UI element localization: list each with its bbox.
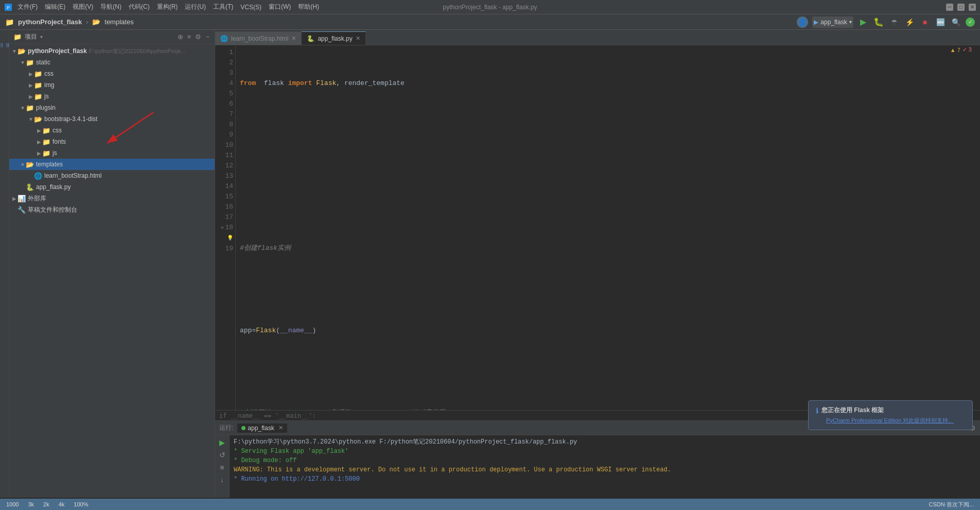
external-expand-arrow[interactable]: ▶	[11, 196, 18, 201]
info-icon: ℹ	[816, 406, 818, 415]
static-expand-arrow[interactable]: ▼	[20, 60, 26, 65]
menu-refactor[interactable]: 重构(R)	[154, 2, 181, 12]
line-3: 3	[219, 68, 233, 78]
run-scroll-icon[interactable]: ↓	[219, 474, 225, 485]
debug-button[interactable]: 🐛	[873, 16, 884, 28]
menu-nav[interactable]: 导航(N)	[97, 2, 125, 12]
bootstrap-folder-icon: 📂	[34, 115, 42, 123]
css-expand-arrow[interactable]: ▶	[28, 71, 34, 77]
tree-item-bfonts[interactable]: ▶ 📁 fonts	[9, 136, 215, 147]
stop-button[interactable]: ■	[919, 16, 931, 28]
menu-view[interactable]: 视图(V)	[69, 2, 96, 12]
root-label: pythonProject_flask	[28, 47, 87, 55]
avatar-icon[interactable]: 👤	[797, 16, 808, 28]
collapse-all-icon[interactable]: ≡	[186, 32, 192, 41]
line-4: 4	[219, 78, 233, 89]
status-item-1[interactable]: 3k	[26, 501, 36, 507]
tree-item-external[interactable]: ▶ 📊 外部库	[9, 193, 215, 204]
menu-file[interactable]: 文件(F)	[14, 2, 41, 12]
run-config-selector[interactable]: ▶ app_flask ▾	[812, 16, 853, 28]
locate-file-icon[interactable]: ⊕	[177, 32, 184, 41]
tab-learn-close[interactable]: ✕	[291, 35, 296, 42]
project-panel-icon[interactable]: 项目	[2, 32, 8, 47]
line-15: 15	[219, 192, 233, 202]
menu-window[interactable]: 窗口(W)	[266, 2, 294, 12]
tree-item-root[interactable]: ▼ 📂 pythonProject_flask F:\python笔记20210…	[9, 45, 215, 57]
menu-vcs[interactable]: VCS(S)	[237, 3, 265, 12]
tab-app-flask[interactable]: 🐍 app_flask.py ✕	[302, 31, 365, 45]
line-2: 2	[219, 58, 233, 68]
line-17: 17	[219, 212, 233, 223]
tree-item-js[interactable]: ▶ 📁 js	[9, 91, 215, 102]
tree-item-learn-html[interactable]: 🌐 learn_bootStrap.html	[9, 170, 215, 181]
bjs-folder-icon: 📁	[42, 149, 50, 157]
js-folder-icon: 📁	[34, 93, 42, 100]
tree-item-static[interactable]: ▼ 📁 static	[9, 57, 215, 68]
run-tab-appflask[interactable]: app_flask ✕	[237, 423, 287, 433]
maximize-button[interactable]: □	[957, 4, 965, 11]
minimize-button[interactable]: ─	[946, 4, 953, 11]
run-rerun-icon[interactable]: ↺	[218, 450, 226, 460]
root-folder-icon: 📂	[18, 47, 26, 55]
line-13: 13	[219, 171, 233, 181]
bjs-expand-arrow[interactable]: ▶	[36, 150, 42, 156]
run-tab-close[interactable]: ✕	[278, 424, 283, 431]
tree-item-bjs[interactable]: ▶ 📁 js	[9, 147, 215, 159]
title-bar: P 文件(F) 编辑(E) 视图(V) 导航(N) 代码(C) 重构(R) 运行…	[0, 0, 980, 14]
tree-item-appflask[interactable]: 🐍 app_flask.py	[9, 181, 215, 193]
translate-icon[interactable]: 🔤	[935, 16, 946, 28]
tab-learn-label: learn_bootStrap.html	[231, 35, 288, 42]
tree-item-bcss[interactable]: ▶ 📁 css	[9, 125, 215, 136]
root-expand-arrow[interactable]: ▼	[11, 48, 18, 54]
menu-bar: 文件(F) 编辑(E) 视图(V) 导航(N) 代码(C) 重构(R) 运行(U…	[14, 2, 322, 12]
warning-badge: ▲ 7	[950, 47, 960, 53]
tree-minimize-icon[interactable]: −	[204, 32, 211, 41]
status-csdn[interactable]: CSDN·首次下阅...	[927, 501, 976, 508]
run-button[interactable]: ▶	[857, 16, 869, 28]
notification-icon[interactable]: ✓	[966, 18, 975, 27]
notif-link[interactable]: PyCharm Professional Edition 对此提供特别支持。	[826, 417, 954, 423]
tab-learn-html[interactable]: 🌐 learn_bootStrap.html ✕	[215, 31, 302, 45]
html-file-icon: 🌐	[34, 172, 42, 180]
tree-item-img[interactable]: ▶ 📁 img	[9, 79, 215, 91]
profile-button[interactable]: ⚡	[904, 16, 915, 28]
tree-item-bootstrap[interactable]: ▼ 📂 bootstrap-3.4.1-dist	[9, 113, 215, 125]
tree-item-css[interactable]: ▶ 📁 css	[9, 68, 215, 79]
tree-item-scratch[interactable]: 🔧 草稿文件和控制台	[9, 204, 215, 215]
menu-help[interactable]: 帮助(H)	[295, 2, 322, 12]
status-item-0[interactable]: 1000	[4, 501, 21, 507]
fold-arrow-18[interactable]: ▶	[221, 223, 224, 233]
img-expand-arrow[interactable]: ▶	[28, 82, 34, 88]
project-dropdown-arrow[interactable]: ▾	[40, 34, 43, 40]
bootstrap-expand-arrow[interactable]: ▼	[28, 116, 34, 122]
code-content[interactable]: from flask import Flask, render_template…	[236, 45, 973, 410]
tree-item-plugsin[interactable]: ▼ 📁 plugsin	[9, 102, 215, 113]
templates-expand-arrow[interactable]: ▼	[20, 162, 26, 167]
menu-tools[interactable]: 工具(T)	[210, 2, 236, 12]
right-toolbar: 👤 ▶ app_flask ▾ ▶ 🐛 ☂ ⚡ ■ 🔤 🔍 ✓	[797, 16, 975, 28]
run-line-3: WARNING: This is a development server. D…	[234, 465, 976, 474]
status-item-2[interactable]: 2k	[41, 501, 51, 507]
editor-gutter-badges: ▲ 7 ✓ 3	[950, 46, 972, 53]
close-button[interactable]: ✕	[969, 4, 976, 11]
plugsin-expand-arrow[interactable]: ▼	[20, 105, 26, 111]
status-item-4[interactable]: 100%	[72, 501, 90, 507]
bcss-expand-arrow[interactable]: ▶	[36, 128, 42, 133]
menu-run[interactable]: 运行(U)	[182, 2, 209, 12]
line-5: 5	[219, 89, 233, 99]
error-badge: ✓ 3	[962, 46, 972, 53]
tree-settings-icon[interactable]: ⚙	[194, 32, 202, 41]
run-line-1: * Serving Flask app 'app_flask'	[234, 447, 976, 456]
tree-item-templates[interactable]: ▼ 📂 templates	[9, 159, 215, 170]
bfonts-expand-arrow[interactable]: ▶	[36, 139, 42, 145]
menu-code[interactable]: 代码(C)	[126, 2, 153, 12]
js-expand-arrow[interactable]: ▶	[28, 94, 34, 99]
run-play-icon[interactable]: ▶	[218, 437, 226, 448]
folder-icon-breadcrumb: 📂	[92, 18, 100, 26]
status-item-3[interactable]: 4k	[57, 501, 67, 507]
menu-edit[interactable]: 编辑(E)	[42, 2, 68, 12]
tab-app-close[interactable]: ✕	[356, 35, 360, 42]
search-everywhere-icon[interactable]: 🔍	[950, 16, 961, 28]
run-stop-icon[interactable]: ■	[219, 462, 225, 472]
coverage-button[interactable]: ☂	[888, 16, 900, 28]
